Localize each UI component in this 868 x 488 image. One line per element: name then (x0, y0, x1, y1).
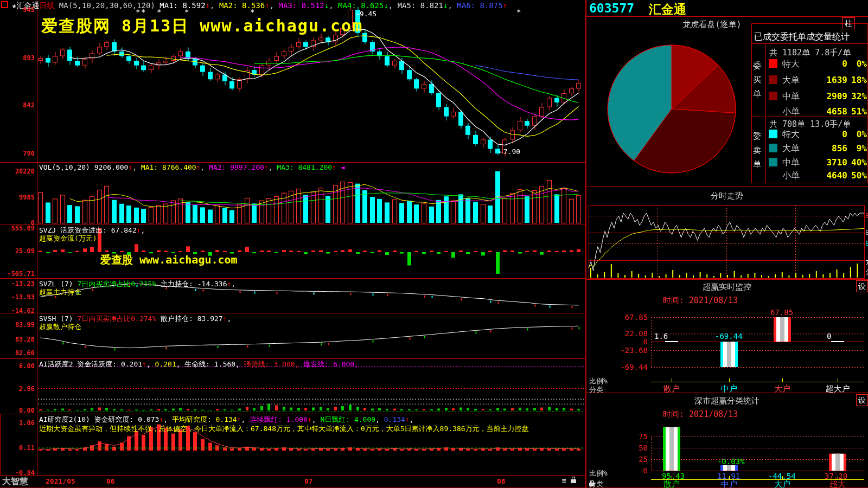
text-segment: ↑ (206, 1, 210, 10)
text-segment: , (227, 314, 232, 323)
text-segment: ↑ (142, 360, 146, 368)
text-segment: ↑ (237, 415, 241, 423)
text-segment: ◄ (336, 163, 345, 171)
row-percent: 0% (848, 129, 867, 139)
text-segment: ↑ (332, 163, 336, 171)
stock-code: 603577 (589, 1, 634, 15)
text-segment: SVZL (7) (39, 280, 77, 288)
text-segment: ↑ (308, 415, 312, 423)
text-segment: ↑ (265, 1, 269, 10)
date-label: 07 (304, 477, 313, 485)
shenshi-title: 深市超赢分类统计 (586, 396, 868, 406)
vol-panel-header: VOL(5,10,20) 9206.000↑, MA1: 8766.400↑, … (39, 163, 345, 171)
axis-tick: -505.71 (1, 270, 35, 278)
text-segment: MA4: 8.625 (338, 1, 384, 10)
watermark-small: 爱查股 www.aichagu.com (100, 253, 238, 267)
axis-tick: 82.60 (1, 349, 35, 357)
axis-tick: 75 (624, 432, 648, 441)
axis-tick: -14.62 (1, 307, 35, 314)
shenshi-time-label: 时间: 2021/08/13 (663, 409, 738, 420)
text-segment: ↓ (324, 1, 329, 10)
text-segment: , (375, 415, 384, 423)
price-annotation: ~9.45 (355, 10, 376, 18)
text-segment: SVSH (7) (39, 314, 77, 323)
axis-tick: -13.93 (1, 293, 35, 301)
text-segment: N日飘红: 4.000 (320, 415, 375, 423)
axis-tick: 945 (1, 6, 35, 14)
text-segment: , (231, 280, 235, 288)
date-label: 06 (106, 477, 115, 485)
text-segment: MA3: 8.512 (279, 1, 324, 10)
row-count: 4658 (797, 106, 847, 117)
ai-research-comment: 近期大资金虽有异动，但持续性不强，总体偏空，今日大单净流入：67.848万元，其… (39, 424, 529, 434)
bar-value-label: 67.85 (770, 308, 793, 317)
event-marker-icon: * (141, 8, 145, 16)
text-segment: , (132, 163, 141, 171)
text-segment: , (200, 163, 209, 171)
lock-icon (571, 479, 576, 483)
axis-tick: 25.09 (1, 247, 35, 255)
event-marker-icon: * (184, 8, 189, 16)
fenshi-price-label: 8.66 (865, 212, 868, 220)
watermark-banner: 爱查股网 8月13日 www.aichagu.com (41, 15, 363, 37)
main-chart-title: ★汇金通日线 MA(5,10,20,30,60,120) MA1: 8.592↑… (12, 1, 507, 11)
text-segment: , (146, 360, 155, 368)
text-segment: 强势线: 3.000, (244, 360, 303, 368)
realtime-settings-button[interactable]: 设 (856, 280, 868, 292)
svzl-panel-subtitle: 超赢主力持仓 (39, 287, 81, 297)
fenshi-price-label: 8.56 (865, 240, 868, 247)
sell-side-label: 委卖单 (753, 129, 763, 171)
app-window: ★汇金通日线 MA(5,10,20,30,60,120) MA1: 8.592↑… (0, 0, 868, 488)
row-percent: 0% (848, 59, 867, 69)
svzj-panel-subtitle: 超赢资金流(万元) (39, 234, 97, 243)
category-label: 超大户 (821, 384, 854, 394)
ai-active-panel-header: AI活跃度2 资金活跃度: 0.201↑, 0.201, 生命线: 1.560,… (39, 359, 359, 369)
axis-tick: 83.99 (1, 321, 35, 329)
text-segment: , (329, 1, 338, 10)
ai-research-panel-header: AI研究度2(10) 资金研究度: 0.073↑, 平均研究度: 0.134↑,… (39, 415, 414, 425)
text-segment: MA1: 8.592 (159, 1, 205, 10)
text-segment: MA1: 8766.400 (141, 163, 196, 171)
text-segment: , (270, 1, 279, 10)
stats-title: 已成交委托单成交量统计 (754, 31, 850, 43)
event-marker-icon: * (136, 8, 140, 16)
axis-tick: 0.11 (1, 444, 35, 452)
text-segment: 0.201 (155, 360, 176, 368)
text-segment: ↑ (405, 415, 410, 423)
bar-value-label: -69.44 (715, 332, 743, 341)
svsh-panel-subtitle: 超赢散户持仓 (39, 322, 81, 332)
row-percent: 18% (848, 75, 867, 85)
bar-value-label: 0 (827, 332, 831, 341)
realtime-title: 超赢实时监控 (586, 282, 868, 292)
realtime-class-label: 分类 (589, 385, 603, 395)
event-marker-icon: * (157, 8, 161, 16)
row-percent: 32% (848, 91, 867, 101)
axis-tick: 6.00 (1, 362, 35, 370)
sell-summary: 共 708单 13.0手/单 (769, 119, 851, 130)
text-segment: , (388, 1, 398, 10)
text-segment: 7日内买卖净占比0.215% (77, 280, 156, 288)
axis-tick: -69.44 (613, 363, 648, 371)
fenshi-title: 分时走势 (586, 191, 868, 201)
axis-tick: -13.23 (1, 280, 35, 287)
bar-value-label: 1.6 (654, 332, 668, 341)
text-segment: , (312, 415, 321, 423)
swatch-icon (769, 59, 777, 68)
text-segment: , (141, 226, 145, 234)
event-marker-icon: * (250, 8, 254, 16)
fenshi-price-label: 8.61 (865, 229, 868, 236)
category-label: 中户 (713, 479, 745, 488)
row-percent: 51% (848, 106, 867, 117)
row-count: 4640 (797, 170, 847, 181)
row-count: 2909 (797, 91, 847, 101)
axis-tick: 555.89 (1, 224, 35, 232)
shenshi-settings-button[interactable]: 设 (856, 394, 868, 406)
bar-view-button[interactable]: 柱 (842, 17, 855, 29)
text-segment: AI活跃度2 资金活跃度: 0.201 (39, 360, 142, 368)
axis-tick: 0 (624, 466, 648, 475)
text-segment: MA2: 8.536 (219, 1, 265, 10)
category-label: 超大 (821, 479, 854, 488)
longhu-title: 龙虎看盘(逐单) (586, 20, 838, 30)
row-count: 3710 (797, 157, 847, 168)
menu-icon[interactable]: ≡ (562, 477, 566, 485)
